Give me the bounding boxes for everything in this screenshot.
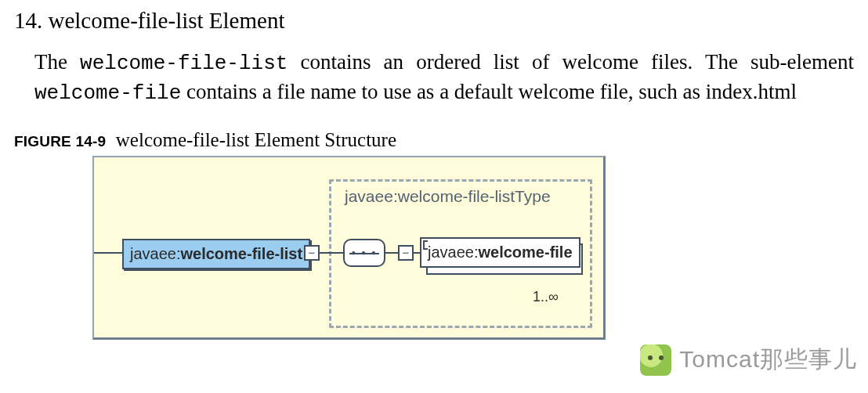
connector-line <box>94 252 122 254</box>
figure-label: FIGURE 14-9 <box>14 133 106 150</box>
connector-line <box>318 252 343 254</box>
figure-title: welcome-file-list Element Structure <box>116 129 396 150</box>
collapse-handle-icon: − <box>398 245 414 261</box>
schema-diagram: javaee:welcome-file-listType javaee:welc… <box>92 156 606 340</box>
code-welcome-file: welcome-file <box>34 81 181 105</box>
element-welcome-file-list: javaee:welcome-file-list <box>122 239 310 269</box>
sequence-compositor-icon: ● ● ● <box>343 239 385 267</box>
section-heading: 14. welcome-file-list Element <box>14 8 854 34</box>
collapse-handle-icon: − <box>304 245 320 261</box>
code-welcome-file-list: welcome-file-list <box>80 52 288 75</box>
watermark-text: Tomcat那些事儿 <box>679 344 857 376</box>
figure-caption: FIGURE 14-9 welcome-file-list Element St… <box>14 129 854 151</box>
watermark: Tomcat那些事儿 <box>640 344 857 376</box>
element-welcome-file: javaee:welcome-file <box>420 237 580 268</box>
connector-line <box>412 252 420 254</box>
heading-number: 14. <box>14 8 42 33</box>
connector-line <box>384 252 398 254</box>
para-text-3: contains a file name to use as a default… <box>181 80 797 103</box>
element-localname: welcome-file-list <box>181 245 303 262</box>
element-namespace: javaee: <box>428 243 479 261</box>
para-text-2: contains an ordered list of welcome file… <box>288 50 854 74</box>
heading-text: welcome-file-list Element <box>49 8 285 33</box>
wechat-icon <box>640 344 671 376</box>
type-label: javaee:welcome-file-listType <box>345 187 551 206</box>
description-paragraph: The welcome-file-list contains an ordere… <box>34 48 854 107</box>
para-text-1: The <box>34 50 80 74</box>
element-localname: welcome-file <box>479 243 573 261</box>
cardinality-label: 1..∞ <box>533 289 559 305</box>
element-namespace: javaee: <box>130 245 181 262</box>
